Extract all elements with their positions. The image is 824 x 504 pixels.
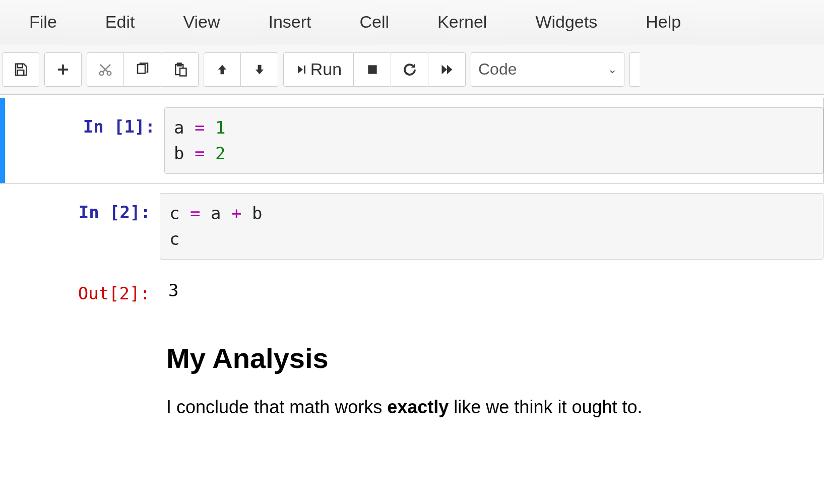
menu-help[interactable]: Help	[621, 12, 705, 32]
save-button[interactable]	[2, 52, 39, 87]
stop-icon	[366, 63, 379, 76]
menu-file[interactable]: File	[5, 12, 81, 32]
menu-edit[interactable]: Edit	[81, 12, 159, 32]
svg-rect-11	[180, 68, 186, 76]
menu-view[interactable]: View	[159, 12, 244, 32]
code-cell-2-output: Out[2]: 3	[0, 269, 824, 322]
run-button-label: Run	[310, 59, 342, 79]
in-prompt-1: In [1]:	[5, 107, 164, 174]
move-up-button[interactable]	[204, 52, 241, 87]
arrow-down-icon	[252, 62, 267, 77]
cut-button[interactable]	[87, 52, 124, 87]
run-button[interactable]: Run	[283, 52, 354, 87]
svg-rect-0	[18, 64, 23, 68]
chevron-down-icon: ⌄	[608, 63, 617, 76]
code-cell-2[interactable]: In [2]: c = a + b c	[0, 183, 824, 269]
code-input-1[interactable]: a = 1 b = 2	[164, 107, 823, 174]
menubar: File Edit View Insert Cell Kernel Widget…	[0, 0, 824, 44]
fast-forward-icon	[439, 62, 455, 77]
move-down-button[interactable]	[241, 52, 278, 87]
run-icon	[295, 64, 307, 76]
code-cell-1[interactable]: In [1]: a = 1 b = 2	[0, 98, 824, 183]
svg-rect-10	[177, 63, 181, 66]
menu-kernel[interactable]: Kernel	[413, 12, 511, 32]
paste-icon	[172, 62, 187, 77]
copy-icon	[135, 62, 150, 77]
cut-icon	[98, 62, 113, 77]
cell-type-select[interactable]: Code ⌄	[471, 52, 624, 87]
interrupt-button[interactable]	[354, 52, 391, 87]
restart-button[interactable]	[391, 52, 428, 87]
out-prompt-2: Out[2]:	[0, 274, 159, 306]
add-cell-button[interactable]	[44, 52, 82, 87]
markdown-heading: My Analysis	[166, 342, 824, 374]
output-text-2: 3	[159, 274, 824, 306]
paste-button[interactable]	[161, 52, 199, 87]
save-icon	[13, 62, 28, 77]
command-palette-button[interactable]	[629, 52, 640, 87]
arrow-up-icon	[215, 62, 229, 77]
copy-button[interactable]	[124, 52, 161, 87]
svg-rect-13	[368, 65, 376, 74]
svg-rect-8	[138, 65, 145, 74]
menu-insert[interactable]: Insert	[244, 12, 335, 32]
svg-rect-12	[304, 66, 305, 74]
code-input-2[interactable]: c = a + b c	[160, 193, 823, 260]
restart-run-all-button[interactable]	[428, 52, 466, 87]
restart-icon	[402, 62, 417, 77]
toolbar: Run Code ⌄	[0, 44, 824, 95]
markdown-paragraph: I conclude that math works exactly like …	[166, 395, 824, 420]
svg-rect-1	[18, 70, 24, 75]
markdown-cell-3[interactable]: My Analysis I conclude that math works e…	[0, 322, 824, 420]
cell-type-value: Code	[478, 60, 517, 79]
menu-widgets[interactable]: Widgets	[511, 12, 621, 32]
notebook-area: In [1]: a = 1 b = 2 In [2]: c = a + b c …	[0, 95, 824, 420]
plus-icon	[55, 62, 71, 77]
in-prompt-2: In [2]:	[1, 193, 160, 260]
menu-cell[interactable]: Cell	[336, 12, 414, 32]
